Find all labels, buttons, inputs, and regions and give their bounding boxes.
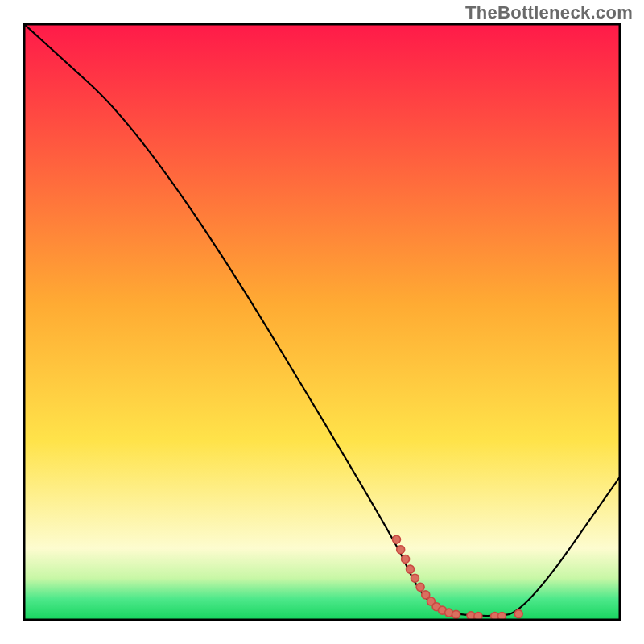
data-dot <box>514 610 522 618</box>
data-dot <box>411 574 419 582</box>
gradient-background <box>24 24 620 620</box>
data-dot <box>452 610 460 618</box>
data-dot <box>416 583 424 591</box>
data-dot <box>407 565 415 573</box>
data-dot <box>393 535 401 543</box>
data-dot <box>402 555 410 564</box>
data-dot <box>397 546 405 554</box>
watermark-text: TheBottleneck.com <box>465 2 633 23</box>
bottleneck-chart <box>0 0 644 644</box>
